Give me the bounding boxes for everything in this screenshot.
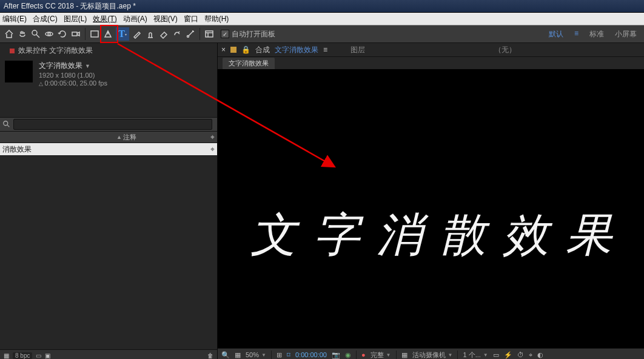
show-snapshot-icon[interactable]: ◉	[345, 351, 351, 359]
effect-controls-title: 效果控件 文字消散效果	[18, 45, 93, 56]
resolution-dropdown-icon[interactable]: ▼	[386, 352, 391, 358]
menu-bar: 编辑(E) 合成(C) 图层(L) 效果(T) 动画(A) 视图(V) 窗口 帮…	[0, 13, 644, 25]
alpha-icon[interactable]: ▦	[235, 351, 241, 359]
menu-anim[interactable]: 动画(A)	[123, 14, 147, 24]
clone-tool-icon[interactable]	[145, 29, 156, 39]
composition-viewer[interactable]: 文字消散效果	[218, 69, 644, 348]
sort-indicator-icon[interactable]: ▲	[116, 134, 122, 140]
rect-tool-icon[interactable]	[89, 29, 100, 39]
menu-effect[interactable]: 效果(T)	[93, 14, 116, 24]
composition-tab[interactable]: 文字消散效果	[223, 58, 275, 69]
flowchart-icon[interactable]: ⌖	[210, 133, 215, 141]
pen-tool-icon[interactable]	[102, 29, 113, 39]
svg-rect-3	[72, 32, 77, 36]
close-panel-icon[interactable]: ×	[221, 45, 226, 54]
trash-icon[interactable]: 🗑	[207, 352, 213, 359]
panel-menu-icon[interactable]: ≡	[323, 45, 327, 54]
roto-tool-icon[interactable]	[172, 29, 183, 39]
timeline-icon[interactable]: ⏱	[517, 351, 524, 358]
exposure-icon[interactable]: ◐	[537, 351, 543, 359]
active-camera-label[interactable]: 活动摄像机	[412, 351, 446, 360]
brush-tool-icon[interactable]	[132, 29, 143, 39]
toolbar-separator-2	[200, 28, 200, 40]
view-count-label[interactable]: 1 个...	[463, 351, 480, 360]
svg-rect-6	[206, 31, 213, 37]
menu-window[interactable]: 窗口	[184, 14, 198, 24]
svg-point-2	[48, 33, 50, 35]
project-search-row	[0, 117, 217, 132]
puppet-tool-icon[interactable]	[185, 29, 196, 39]
composition-meta: 文字消散效果 ▼ 1920 x 1080 (1.00) △ 0:00:05:00…	[39, 61, 107, 87]
title-text: After Effects CC 2018 - 无标题项目.aep *	[4, 1, 136, 12]
workspace-sep-icon: ≡	[574, 29, 579, 39]
composition-name: 文字消散效果	[39, 61, 82, 71]
camera-tool-icon[interactable]	[70, 29, 81, 39]
project-search-input[interactable]	[13, 119, 212, 130]
timecode[interactable]: 0:00:00:00	[295, 351, 327, 358]
zoom-tool-icon[interactable]	[30, 29, 41, 39]
project-panel: 文字消散效果 ▼ 1920 x 1080 (1.00) △ 0:00:05:00…	[0, 58, 217, 89]
menu-comp[interactable]: 合成(C)	[33, 14, 58, 24]
workspace-small[interactable]: 小屏幕	[615, 29, 637, 39]
orbit-tool-icon[interactable]	[44, 29, 55, 39]
type-tool-icon[interactable]: T▾	[116, 27, 129, 41]
rotate-tool-icon[interactable]	[57, 29, 68, 39]
project-item-row[interactable]: 消散效果 ⌖	[0, 143, 217, 156]
menu-edit[interactable]: 编辑(E)	[2, 14, 27, 24]
eraser-tool-icon[interactable]	[158, 29, 169, 39]
project-footer: ▦ 8 bpc ▭ ▣ 🗑	[0, 349, 217, 359]
safezone-icon[interactable]: ⌑	[287, 351, 290, 359]
views-dropdown-icon[interactable]: ▼	[483, 352, 488, 358]
workspace-switcher: 默认 ≡ 标准 小屏幕	[549, 29, 642, 39]
menu-view[interactable]: 视图(V)	[153, 14, 178, 24]
magnify-icon[interactable]: 🔍	[221, 351, 230, 359]
home-tool-icon[interactable]	[4, 29, 15, 39]
workspace-standard[interactable]: 标准	[589, 29, 604, 39]
composition-dims: 1920 x 1080 (1.00)	[39, 72, 107, 79]
bpc-button[interactable]: 8 bpc	[13, 352, 32, 359]
composition-dropdown-icon[interactable]: ▼	[85, 63, 90, 69]
title-bar: After Effects CC 2018 - 无标题项目.aep *	[0, 0, 644, 13]
new-comp-icon[interactable]: ▣	[45, 352, 50, 359]
hand-tool-icon[interactable]	[17, 29, 28, 39]
new-folder-icon[interactable]: ▭	[36, 352, 41, 359]
panel-comp-name[interactable]: 文字消散效果	[275, 45, 318, 55]
left-panels: 效果控件 文字消散效果 文字消散效果 ▼ 1920 x 1080 (1.00) …	[0, 43, 218, 359]
camera-dropdown-icon[interactable]: ▼	[448, 352, 453, 358]
layer-none: （无）	[494, 45, 516, 55]
workspace-default[interactable]: 默认	[549, 29, 563, 39]
lock-icon[interactable]: 🔒	[241, 45, 250, 54]
zoom-level[interactable]: 50%	[246, 351, 259, 358]
spacer	[0, 89, 217, 117]
view-layout-icon[interactable]: ▦	[401, 351, 408, 359]
column-comment[interactable]: 注释	[123, 133, 136, 142]
resolution-label[interactable]: 完整	[371, 351, 384, 360]
panel-swatch-icon	[230, 47, 236, 53]
panel-label: 合成	[255, 45, 270, 55]
svg-point-7	[4, 121, 8, 126]
main-area: 效果控件 文字消散效果 文字消散效果 ▼ 1920 x 1080 (1.00) …	[0, 43, 644, 359]
viewer-footer: 🔍 ▦ 50% ▼ ⊞ ⌑ 0:00:00:00 📷 ◉ ● 完整 ▼ ▦ 活动…	[218, 348, 644, 359]
channel-icon[interactable]: ●	[361, 351, 366, 358]
menu-layer[interactable]: 图层(L)	[64, 14, 87, 24]
fast-preview-icon[interactable]: ⚡	[504, 351, 512, 359]
panel-color-swatch	[10, 49, 15, 53]
auto-open-checkbox[interactable]: ✓	[221, 30, 229, 38]
project-empty-area	[0, 156, 217, 349]
project-column-header: ▲ 注释 ⌖	[0, 132, 217, 143]
menu-help[interactable]: 帮助(H)	[204, 14, 229, 24]
panel-icon[interactable]	[204, 29, 215, 39]
search-icon[interactable]	[2, 120, 11, 129]
flowchart-node-icon[interactable]: ⌖	[210, 145, 215, 153]
zoom-dropdown-icon[interactable]: ▼	[261, 352, 266, 358]
resolution-icon[interactable]: ⊞	[277, 351, 282, 359]
svg-rect-4	[91, 31, 98, 37]
composition-thumbnail[interactable]	[5, 61, 33, 82]
pixel-aspect-icon[interactable]: ▭	[493, 351, 499, 359]
snapshot-icon[interactable]: 📷	[332, 351, 340, 359]
composition-time: 0:00:05:00, 25.00 fps	[45, 79, 107, 87]
flowchart-view-icon[interactable]: ⌖	[529, 351, 532, 359]
toolbar: T▾ ✓ 自动打开面板 默认 ≡ 标准 小屏幕	[0, 25, 644, 43]
composition-panel-header: × 🔒 合成 文字消散效果 ≡ 图层 （无）	[218, 43, 644, 57]
interpret-footage-icon[interactable]: ▦	[4, 352, 9, 359]
